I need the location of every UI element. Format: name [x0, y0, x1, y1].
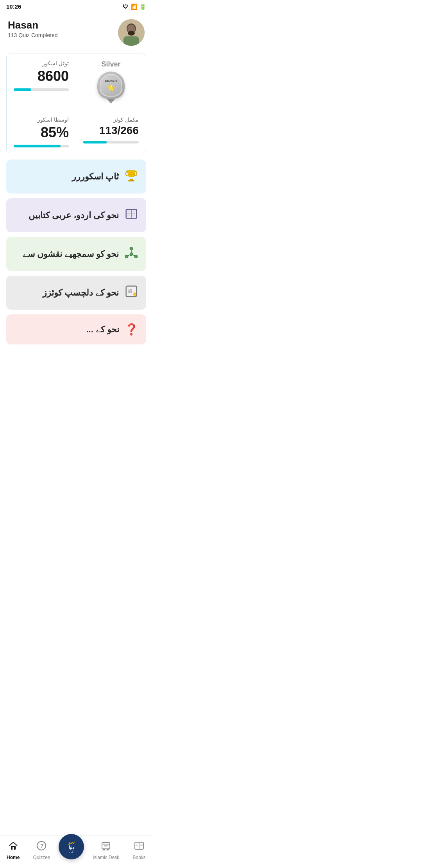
- svg-text:👆: 👆: [132, 291, 137, 296]
- svg-point-21: [130, 253, 133, 256]
- top-scorers-item[interactable]: ٹاپ اسکوررر: [6, 160, 146, 194]
- status-icons: 🛡 📶 🔋: [123, 4, 146, 10]
- avatar: [118, 19, 145, 46]
- badge-cell: Silver SILVER ⭐: [76, 54, 146, 110]
- header: Hasan 113 Quiz Completed: [0, 13, 152, 50]
- quiz-icon: A B C D 👆: [124, 284, 138, 301]
- shield-icon: 🛡: [123, 4, 128, 10]
- user-name: Hasan: [8, 19, 58, 31]
- network-icon: [124, 246, 138, 262]
- completed-quizzes-fill: [83, 141, 107, 143]
- completed-quizzes-progress: [83, 141, 139, 143]
- svg-point-20: [134, 255, 138, 258]
- status-time: 10:26: [6, 3, 21, 10]
- diagrams-text: نحو کو سمجھیے نقشوں سے: [23, 249, 119, 259]
- average-score-label: اوسطا اسکور: [38, 117, 69, 123]
- svg-rect-6: [128, 180, 134, 181]
- stats-grid: ٹوٹل اسکور 8600 Silver SILVER ⭐ اوسطا اس…: [6, 54, 146, 153]
- total-score-progress: [14, 88, 69, 91]
- completed-quizzes-label: مکمل کوئز: [113, 117, 139, 123]
- badge-label: Silver: [101, 60, 120, 68]
- books-item[interactable]: نحو کی اردو، عربی کتابیں: [6, 198, 146, 232]
- user-info: Hasan 113 Quiz Completed: [8, 19, 58, 38]
- badge-container: SILVER ⭐: [97, 72, 125, 104]
- books-text: نحو کی اردو، عربی کتابیں: [29, 210, 119, 221]
- battery-icon: 🔋: [139, 4, 146, 10]
- silver-badge: SILVER ⭐: [97, 72, 125, 99]
- svg-rect-3: [123, 36, 139, 46]
- interesting-quizzes-item[interactable]: نحو کے دلچسپ کوئزز A B C D 👆: [6, 276, 146, 310]
- completed-quizzes-cell: مکمل کوئز 113/266: [76, 110, 146, 153]
- svg-point-4: [128, 31, 135, 36]
- top-scorers-text: ٹاپ اسکوررر: [72, 172, 119, 182]
- average-score-value: 85%: [41, 124, 69, 141]
- diagrams-item[interactable]: نحو کو سمجھیے نقشوں سے: [6, 237, 146, 271]
- status-bar: 10:26 🛡 📶 🔋: [0, 0, 152, 13]
- badge-star: ⭐: [107, 84, 115, 91]
- svg-line-24: [133, 255, 135, 256]
- svg-point-18: [130, 247, 133, 250]
- svg-line-23: [128, 255, 130, 256]
- completed-quizzes-value: 113/266: [99, 124, 139, 137]
- help-icon: ❓: [125, 323, 138, 336]
- bottom-spacer: [0, 344, 152, 380]
- silver-badge-inner: SILVER ⭐: [100, 74, 122, 97]
- total-score-cell: ٹوٹل اسکور 8600: [7, 54, 76, 110]
- total-score-value: 8600: [38, 68, 69, 84]
- quiz-count: 113 Quiz Completed: [8, 32, 58, 38]
- interesting-quizzes-text: نحو کے دلچسپ کوئزز: [43, 288, 119, 298]
- svg-point-19: [125, 255, 128, 258]
- book-icon: [124, 207, 138, 224]
- average-score-progress: [14, 145, 69, 147]
- average-score-cell: اوسطا اسکور 85%: [7, 110, 76, 153]
- trophy-icon: [124, 168, 138, 185]
- more-text: نحو کے ...: [86, 325, 119, 335]
- more-item[interactable]: نحو کے ... ❓: [6, 314, 146, 344]
- menu-section: ٹاپ اسکوررر نحو کی اردو، عربی کتابیں: [0, 160, 152, 344]
- badge-text: SILVER: [105, 79, 117, 83]
- avatar-image: [118, 19, 145, 46]
- total-score-fill: [14, 88, 31, 91]
- average-score-fill: [14, 145, 61, 147]
- total-score-label: ٹوٹل اسکور: [42, 60, 69, 66]
- badge-ribbon: [106, 98, 116, 104]
- wifi-icon: 📶: [131, 4, 137, 10]
